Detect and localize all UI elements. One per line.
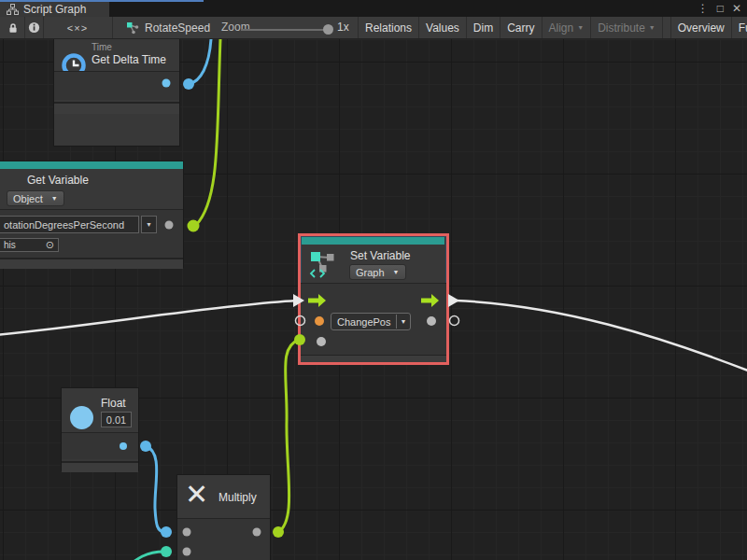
wire-flow-in[interactable] bbox=[0, 301, 297, 335]
node-port-section bbox=[62, 433, 138, 459]
chevron-down-icon: ▼ bbox=[577, 24, 584, 31]
set-variable-icon bbox=[309, 249, 339, 280]
code-graph-icon: <×> bbox=[67, 22, 88, 34]
node-port-section bbox=[177, 519, 270, 560]
window-maximize-icon[interactable]: □ bbox=[717, 2, 724, 15]
title-bar: Script Graph ⋮ □ ✕ bbox=[0, 0, 747, 17]
variable-node-header-bar bbox=[0, 161, 183, 169]
float-value: 0.01 bbox=[106, 414, 126, 426]
dim-label: Dim bbox=[473, 21, 493, 35]
value-input-port[interactable] bbox=[317, 337, 326, 346]
multiply-icon: ✕ bbox=[185, 478, 208, 511]
relations-label: Relations bbox=[365, 21, 412, 35]
carry-label: Carry bbox=[507, 21, 534, 35]
graph-name-label: RotateSpeed bbox=[145, 21, 210, 35]
full-screen-button[interactable]: Full Screen bbox=[732, 17, 747, 38]
chevron-down-icon: ▼ bbox=[396, 315, 411, 329]
node-title: Multiply bbox=[218, 491, 257, 504]
variable-name-port[interactable] bbox=[315, 316, 324, 326]
node-footer bbox=[301, 355, 446, 362]
window-close-icon[interactable]: ✕ bbox=[732, 2, 741, 15]
lock-icon bbox=[7, 22, 19, 34]
toolbar-gap bbox=[663, 17, 670, 38]
node-float[interactable]: Float 0.01 bbox=[61, 387, 139, 471]
graph-canvas[interactable]: Time Get Delta Time Get Variable Object … bbox=[0, 39, 747, 560]
distribute-dropdown-button[interactable]: Distribute ▼ bbox=[591, 17, 663, 38]
flow-output-arrow-icon[interactable] bbox=[421, 294, 439, 307]
info-button[interactable] bbox=[25, 17, 43, 38]
variable-name-dropdown-button[interactable]: ▼ bbox=[141, 216, 157, 233]
flow-ports bbox=[308, 293, 439, 308]
variable-target-field[interactable]: his ⊙ bbox=[0, 238, 59, 252]
variable-name-field[interactable]: otationDegreesPerSecond bbox=[0, 216, 139, 233]
wire-to-multiply-b[interactable] bbox=[118, 552, 164, 560]
flow-input-arrow-icon[interactable] bbox=[308, 294, 326, 307]
distribute-label: Distribute bbox=[598, 21, 645, 35]
value-output-port[interactable] bbox=[427, 316, 436, 326]
carry-button[interactable]: Carry bbox=[500, 17, 542, 38]
variable-name-value: ChangePos bbox=[337, 316, 391, 328]
variable-scope-dropdown[interactable]: Graph ▼ bbox=[349, 264, 406, 280]
variable-name-value: otationDegreesPerSecond bbox=[4, 219, 124, 231]
overview-button[interactable]: Overview bbox=[670, 17, 732, 38]
zoom-slider-track[interactable] bbox=[241, 29, 329, 31]
window-menu-icon[interactable]: ⋮ bbox=[698, 2, 709, 15]
tab-script-graph[interactable]: Script Graph bbox=[0, 2, 109, 17]
wire-rotation-speed[interactable] bbox=[196, 39, 220, 225]
node-footer bbox=[0, 258, 183, 269]
tab-title: Script Graph bbox=[23, 3, 86, 16]
node-category: Time bbox=[92, 42, 112, 52]
flow-arrow-out bbox=[448, 294, 459, 307]
info-icon bbox=[28, 21, 40, 34]
wire-delta-time[interactable] bbox=[189, 39, 211, 84]
node-port-section bbox=[54, 72, 179, 100]
wire-end-dot[interactable] bbox=[161, 526, 172, 538]
graph-toolbar: <×> RotateSpeed Zoom 1x Relations Values… bbox=[0, 17, 747, 39]
full-screen-label: Full Screen bbox=[739, 21, 747, 35]
float-value-field[interactable]: 0.01 bbox=[101, 412, 132, 427]
wire-end-dot[interactable] bbox=[161, 546, 172, 557]
wire-float-to-multiply[interactable] bbox=[146, 446, 165, 532]
graph-reference[interactable]: RotateSpeed bbox=[126, 17, 210, 38]
toolbar-separator bbox=[112, 17, 113, 38]
wire-end-dot[interactable] bbox=[273, 526, 284, 538]
node-footer bbox=[54, 102, 179, 114]
chevron-down-icon: ▼ bbox=[649, 24, 655, 31]
wire-end-dot[interactable] bbox=[140, 441, 151, 452]
overview-label: Overview bbox=[678, 21, 725, 35]
float-type-icon bbox=[70, 406, 93, 429]
object-picker-icon: ⊙ bbox=[46, 239, 54, 251]
wire-flow-out[interactable] bbox=[456, 301, 747, 372]
chevron-down-icon: ▼ bbox=[393, 269, 400, 275]
variable-node-header-bar bbox=[302, 237, 444, 245]
node-title: Set Variable bbox=[350, 249, 410, 262]
variable-name-dropdown[interactable]: ChangePos ▼ bbox=[331, 313, 411, 330]
script-graph-asset-icon bbox=[126, 21, 139, 35]
edit-graph-button[interactable]: <×> bbox=[44, 17, 111, 38]
node-get-variable[interactable]: Get Variable Object ▼ otationDegreesPerS… bbox=[0, 161, 184, 268]
scope-label: Graph bbox=[356, 267, 385, 278]
node-footer bbox=[62, 461, 138, 472]
wire-end-dot[interactable] bbox=[183, 78, 194, 90]
node-get-delta-time[interactable]: Time Get Delta Time bbox=[53, 39, 180, 147]
dim-button[interactable]: Dim bbox=[467, 17, 500, 38]
chevron-down-icon: ▼ bbox=[146, 221, 152, 228]
target-value: his bbox=[4, 240, 16, 250]
node-title: Get Delta Time bbox=[92, 53, 166, 66]
values-button[interactable]: Values bbox=[419, 17, 467, 38]
script-graph-window: Script Graph ⋮ □ ✕ <×> bbox=[0, 0, 747, 560]
node-multiply[interactable]: ✕ Multiply A A × B B bbox=[176, 474, 271, 560]
align-dropdown-button[interactable]: Align ▼ bbox=[543, 17, 592, 38]
node-title: Float bbox=[101, 397, 126, 410]
wire-end-dot[interactable] bbox=[188, 220, 200, 232]
zoom-slider-handle[interactable] bbox=[323, 24, 333, 35]
relations-button[interactable]: Relations bbox=[358, 17, 419, 38]
values-label: Values bbox=[426, 21, 459, 35]
variable-scope-dropdown[interactable]: Object ▼ bbox=[7, 190, 64, 206]
wire-multiply-to-set[interactable] bbox=[278, 340, 299, 532]
unconnected-port-ring-right[interactable] bbox=[450, 316, 459, 326]
lock-button[interactable] bbox=[2, 17, 24, 38]
align-label: Align bbox=[549, 21, 574, 35]
node-set-variable[interactable]: Set Variable Graph ▼ ChangePos bbox=[298, 233, 449, 365]
zoom-value: 1x bbox=[337, 21, 349, 34]
